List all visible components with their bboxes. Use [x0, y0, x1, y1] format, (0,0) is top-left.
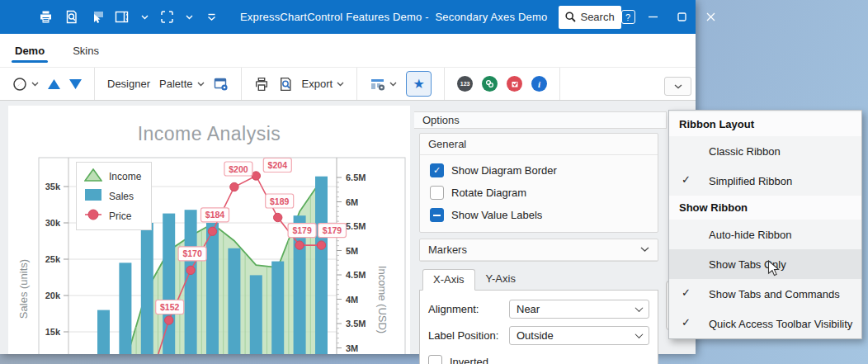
- panel-layout-icon[interactable]: [115, 10, 130, 25]
- checkbox-checked-icon[interactable]: ✓: [430, 163, 444, 177]
- print-button[interactable]: [254, 77, 269, 92]
- gauge-button[interactable]: [12, 77, 39, 92]
- markers-tabstrip: X-AxisY-Axis: [419, 268, 658, 290]
- menu-item-0-1[interactable]: ✓ Simplified Ribbon: [669, 166, 861, 196]
- tab-demo[interactable]: Demo: [12, 37, 48, 67]
- combo-1[interactable]: Outside: [509, 326, 649, 345]
- collapse-chevron-icon[interactable]: [640, 247, 649, 253]
- markers-checkbox-0[interactable]: Inverted: [428, 355, 649, 364]
- right-axis-title: Income (USD): [376, 266, 389, 333]
- checkbox-unchecked-icon[interactable]: [428, 355, 442, 364]
- ribbon-layout-menu: Ribbon Layout Classic Ribbon ✓ Simplifie…: [668, 110, 862, 339]
- ribbon-options-dropdown-button[interactable]: [664, 77, 691, 96]
- sales-bar[interactable]: [206, 223, 219, 354]
- quick-access-toolbar: [38, 10, 219, 25]
- menu-item-0-0[interactable]: Classic Ribbon: [669, 136, 861, 166]
- price-point[interactable]: [274, 213, 282, 221]
- menu-item-label: Quick Access Toolbar Visibility: [709, 318, 852, 330]
- sales-bar[interactable]: [271, 262, 284, 354]
- field-row-0: Alignment: Near: [428, 300, 649, 319]
- badge-link-icon[interactable]: [482, 76, 498, 92]
- price-point[interactable]: [165, 316, 173, 324]
- menu-section-header-0: Ribbon Layout: [669, 112, 861, 136]
- sales-bar[interactable]: [97, 310, 110, 354]
- print-preview-icon: [278, 77, 293, 92]
- search-box[interactable]: Search: [559, 6, 620, 29]
- collapse-toolbar-icon[interactable]: [204, 10, 219, 25]
- svg-text:$179: $179: [292, 225, 312, 235]
- tab-skins[interactable]: Skins: [69, 37, 102, 67]
- svg-text:$200: $200: [229, 164, 248, 174]
- close-button[interactable]: [701, 7, 722, 27]
- print-preview-icon[interactable]: [64, 10, 78, 25]
- chart-settings-button[interactable]: [214, 77, 229, 92]
- export-button[interactable]: Export: [302, 78, 345, 90]
- badge-123-icon[interactable]: 123: [457, 76, 473, 92]
- checkbox-unchecked-icon[interactable]: [430, 186, 444, 200]
- menu-section-header-1: Show Ribbon: [669, 196, 861, 220]
- price-value-label: $204: [263, 158, 291, 173]
- menu-item-1-2[interactable]: ✓ Show Tabs and Commands: [669, 279, 861, 309]
- left-axis-tick-label: 25k: [45, 254, 61, 264]
- print-preview-button[interactable]: [278, 77, 293, 92]
- badge-info-icon[interactable]: i: [531, 76, 547, 92]
- price-point[interactable]: [295, 241, 304, 249]
- sales-bar[interactable]: [185, 210, 197, 354]
- designer-button[interactable]: Designer: [107, 78, 150, 90]
- sales-bar[interactable]: [141, 223, 153, 354]
- price-point[interactable]: [252, 172, 260, 180]
- general-groupbox: General ✓ Show Diagram Border Rotate Dia…: [419, 133, 658, 233]
- touch-pointer-icon[interactable]: [89, 10, 104, 25]
- checkmark-icon: ✓: [682, 173, 691, 186]
- svg-text:$179: $179: [323, 225, 342, 235]
- menu-item-1-0[interactable]: Auto-hide Ribbon: [669, 220, 861, 249]
- legend-item-income: Income: [84, 168, 141, 184]
- field-row-1: Label Position: Outside: [428, 326, 649, 345]
- move-up-button[interactable]: [48, 79, 60, 89]
- print-icon: [254, 77, 269, 92]
- markers-groupbox: Markers: [419, 239, 658, 262]
- chevron-down-icon[interactable]: [185, 10, 193, 25]
- price-value-label: $189: [266, 194, 294, 208]
- favorites-toggle-button[interactable]: ★: [406, 71, 432, 97]
- badge-check-icon[interactable]: [507, 76, 522, 92]
- form-gear-icon: [214, 77, 229, 92]
- general-checkbox-1[interactable]: Rotate Diagram: [430, 186, 648, 200]
- menu-item-label: Simplified Ribbon: [709, 175, 792, 187]
- right-axis-tick-label: 4M: [346, 295, 358, 305]
- search-placeholder: Search: [580, 11, 614, 23]
- combo-value: Near: [517, 303, 540, 315]
- checkbox-indeterminate-icon[interactable]: [430, 208, 444, 222]
- toolbar-customize-button[interactable]: [370, 77, 397, 92]
- sales-bar[interactable]: [119, 262, 131, 354]
- app-window: ExpressChartControl Features Demo - Seco…: [0, 0, 696, 354]
- selection-brackets-icon[interactable]: [159, 10, 174, 25]
- chevron-down-icon[interactable]: [140, 10, 149, 25]
- move-down-button[interactable]: [69, 79, 82, 89]
- minimize-button[interactable]: [643, 7, 664, 27]
- client-area: 35k30k25k20k15k6.5M6M5.5M5M4.5M4M3.5M3MS…: [0, 101, 696, 354]
- checkmark-icon: ✓: [682, 286, 691, 299]
- price-point[interactable]: [186, 266, 195, 274]
- right-axis-tick-label: 5M: [346, 246, 358, 256]
- menu-item-1-3[interactable]: ✓ Quick Access Toolbar Visibility: [669, 309, 861, 338]
- maximize-button[interactable]: [672, 7, 693, 27]
- menu-item-1-1[interactable]: Show Tabs Only: [669, 249, 861, 279]
- price-point[interactable]: [317, 241, 325, 249]
- combo-0[interactable]: Near: [509, 300, 649, 319]
- sales-bar[interactable]: [228, 248, 240, 354]
- print-icon[interactable]: [38, 10, 53, 25]
- sales-bar[interactable]: [315, 177, 328, 354]
- tab-x-axis[interactable]: X-Axis: [422, 269, 475, 291]
- options-panel-title: Options: [414, 111, 667, 129]
- right-axis-tick-label: 6M: [346, 197, 358, 207]
- palette-button[interactable]: Palette: [159, 78, 204, 90]
- price-point[interactable]: [230, 182, 238, 191]
- general-checkbox-0[interactable]: ✓ Show Diagram Border: [430, 163, 648, 177]
- tab-y-axis[interactable]: Y-Axis: [475, 268, 526, 290]
- sales-bar[interactable]: [250, 275, 262, 354]
- price-point[interactable]: [208, 227, 216, 235]
- help-button[interactable]: ?: [621, 10, 635, 24]
- markers-tab-panel: Alignment: Near Label Position: Outside …: [419, 290, 658, 364]
- general-checkbox-2[interactable]: Show Value Labels: [430, 208, 648, 222]
